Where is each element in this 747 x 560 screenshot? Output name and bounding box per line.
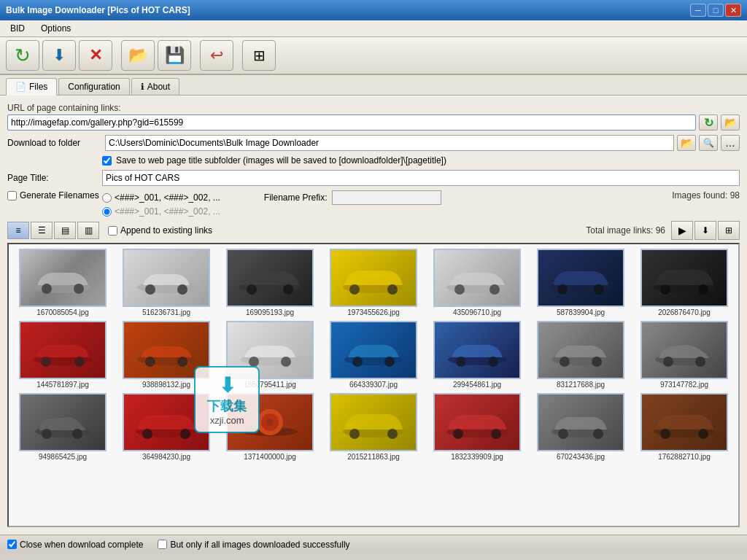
download-action-button[interactable]: ⬇ — [694, 221, 716, 240]
list-item[interactable]: 435096710.jpg — [426, 247, 528, 318]
svg-point-17 — [594, 284, 604, 295]
browse-folder-button[interactable]: 📂 — [677, 135, 696, 151]
status-bar: Close when download complete But only if… — [0, 534, 747, 553]
download-folder-input[interactable] — [105, 135, 674, 151]
list-item[interactable]: 364984230.jpg — [115, 392, 217, 462]
image-thumb — [330, 321, 417, 379]
image-filename: 364984230.jpg — [123, 453, 210, 461]
svg-point-63 — [698, 429, 708, 439]
image-filename: 169095193.jpg — [226, 308, 314, 316]
list-item[interactable]: 516236731.jpg — [115, 247, 217, 318]
grid-button[interactable]: ⊞ — [242, 40, 276, 71]
list-item[interactable]: 1850795411.jpg — [219, 319, 321, 390]
page-title-label: Page Title: — [7, 173, 102, 183]
close-when-complete-checkbox[interactable] — [7, 540, 17, 549]
svg-point-35 — [488, 357, 498, 367]
filename-option1-label: <###>_001, <###>_002, ... — [115, 192, 220, 203]
prefix-label: Filename Prefix: — [264, 192, 328, 203]
view-list-button[interactable]: ≡ — [7, 222, 29, 239]
url-label: URL of page containing links: — [7, 103, 740, 113]
filename-prefix-input[interactable] — [332, 190, 441, 205]
list-item[interactable]: 949865425.jpg — [12, 392, 114, 462]
folder-extra-button[interactable]: … — [721, 135, 740, 151]
filename-radio1[interactable] — [102, 193, 112, 203]
list-item[interactable]: 664339307.jpg — [322, 319, 425, 390]
svg-point-60 — [593, 429, 603, 439]
folder-action-button[interactable]: 🔍 — [699, 135, 718, 151]
list-item[interactable]: 299454861.jpg — [426, 319, 528, 390]
grid-action-button[interactable]: ⊞ — [718, 221, 740, 240]
list-item[interactable]: 831217688.jpg — [530, 319, 632, 390]
tab-configuration[interactable]: Configuration — [58, 78, 129, 95]
image-thumb — [19, 249, 107, 307]
list-item[interactable]: 1762882710.jpg — [633, 392, 735, 462]
image-grid: 1670085054.jpg 516236731.jpg 169095193.j… — [9, 244, 738, 465]
url-folder-button[interactable]: 📂 — [721, 114, 740, 131]
filename-radio2[interactable] — [102, 207, 112, 217]
tab-files[interactable]: 📄 Files — [6, 78, 57, 96]
svg-point-19 — [660, 284, 670, 295]
tab-about[interactable]: ℹ About — [131, 78, 179, 95]
svg-point-5 — [177, 284, 187, 295]
toolbar: ↻ ⬇ ✕ 📂 💾 ↩ ⊞ — [0, 37, 747, 75]
save-button[interactable]: 💾 — [158, 40, 191, 71]
list-item[interactable]: 973147782.jpg — [633, 319, 735, 390]
svg-point-56 — [453, 429, 463, 439]
list-item[interactable]: 938898132.jpg — [115, 319, 217, 390]
image-thumb — [433, 393, 521, 451]
tabs-bar: 📄 Files Configuration ℹ About — [0, 75, 747, 96]
play-button[interactable]: ▶ — [671, 221, 693, 240]
svg-point-57 — [491, 429, 501, 439]
revert-button[interactable]: ↩ — [200, 40, 233, 71]
image-grid-container[interactable]: 1670085054.jpg 516236731.jpg 169095193.j… — [7, 243, 740, 527]
append-checkbox[interactable] — [108, 226, 117, 236]
minimize-button[interactable]: ─ — [690, 4, 706, 17]
svg-point-54 — [387, 429, 398, 439]
image-thumb — [433, 249, 521, 307]
list-item[interactable]: 169095193.jpg — [219, 247, 321, 318]
list-item[interactable]: 1832339909.jpg — [426, 392, 528, 462]
image-filename: 2026876470.jpg — [640, 308, 728, 316]
download-button[interactable]: ⬇ — [42, 40, 76, 71]
only-if-successful-label: But only if all images downloaded succes… — [170, 540, 349, 550]
view-thumbs-button[interactable]: ▥ — [77, 222, 99, 239]
svg-point-34 — [456, 357, 466, 367]
image-filename: 664339307.jpg — [330, 381, 417, 389]
list-item[interactable]: 1670085054.jpg — [12, 247, 114, 318]
close-checkbox-row: Close when download complete — [7, 540, 143, 550]
list-item[interactable]: 1371400000.jpg — [219, 392, 321, 462]
only-if-successful-checkbox[interactable] — [158, 540, 167, 549]
svg-point-38 — [592, 357, 602, 367]
maximize-button[interactable]: □ — [708, 4, 724, 17]
svg-point-2 — [74, 284, 84, 294]
list-item[interactable]: 1445781897.jpg — [12, 319, 114, 390]
svg-point-41 — [695, 357, 705, 367]
url-refresh-button[interactable]: ↻ — [699, 114, 718, 131]
folder-button[interactable]: 📂 — [121, 40, 155, 71]
list-item[interactable]: 2015211863.jpg — [322, 392, 425, 462]
list-item[interactable]: 587839904.jpg — [530, 247, 632, 318]
refresh-button[interactable]: ↻ — [6, 40, 39, 71]
svg-point-4 — [145, 284, 155, 295]
page-title-input[interactable] — [102, 170, 740, 186]
image-filename: 2015211863.jpg — [330, 453, 417, 461]
list-item[interactable]: 2026876470.jpg — [633, 247, 735, 318]
image-thumb — [19, 321, 107, 379]
save-subfolder-checkbox[interactable] — [102, 156, 112, 166]
menu-options[interactable]: Options — [36, 22, 75, 35]
stop-button[interactable]: ✕ — [79, 40, 112, 71]
page-title-row: Page Title: — [7, 170, 740, 186]
menu-bid[interactable]: BID — [6, 22, 29, 35]
url-input[interactable] — [7, 114, 696, 131]
close-button[interactable]: ✕ — [725, 4, 741, 17]
svg-point-51 — [266, 419, 274, 426]
list-item[interactable]: 1973455626.jpg — [322, 247, 425, 318]
view-icons-button[interactable]: ☰ — [31, 222, 53, 239]
svg-point-37 — [560, 357, 570, 367]
list-item[interactable]: 670243436.jpg — [530, 392, 632, 462]
view-details-button[interactable]: ▤ — [54, 222, 76, 239]
image-filename: 1973455626.jpg — [330, 308, 417, 316]
image-filename: 1762882710.jpg — [640, 453, 728, 461]
total-links-label: Total image links: 96 — [586, 225, 665, 236]
generate-filenames-checkbox[interactable] — [7, 191, 17, 201]
